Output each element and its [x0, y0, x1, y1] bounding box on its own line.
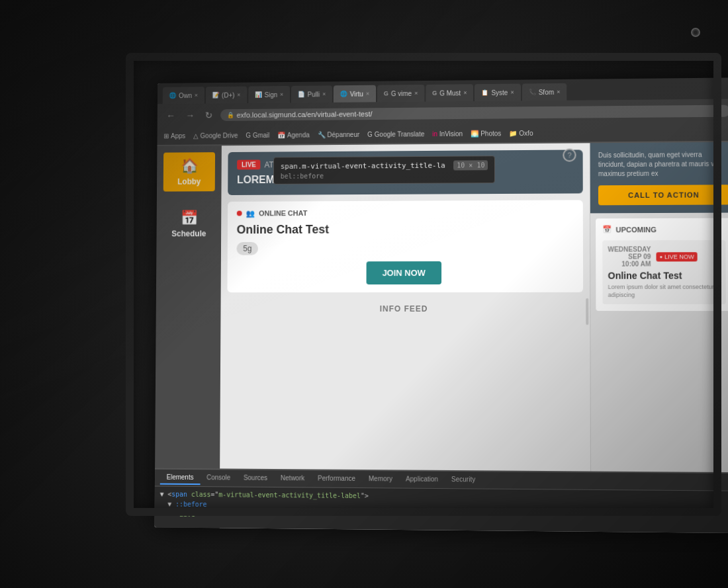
devtools-tab-network[interactable]: Network: [274, 472, 311, 485]
chat-header-label: ONLINE CHAT: [259, 209, 307, 217]
devtools-tab-elements[interactable]: Elements: [160, 471, 201, 485]
upcoming-description: Lorem ipsum dolor sit amet consectetur a…: [608, 284, 721, 300]
devtools-tab-console[interactable]: Console: [200, 471, 237, 485]
tab-close-must[interactable]: ×: [463, 89, 467, 96]
help-button[interactable]: ?: [563, 148, 576, 161]
bookmark-agenda[interactable]: 📅 Agenda: [277, 132, 310, 139]
tab-close-vime[interactable]: ×: [414, 90, 418, 97]
bookmark-apps[interactable]: ⊞ Apps: [163, 132, 185, 140]
inspector-pseudo: bel::before: [281, 171, 488, 180]
upcoming-title: Online Chat Test: [608, 270, 720, 280]
webcam-lens: [694, 30, 698, 34]
bookmark-photos[interactable]: 🌅 Photos: [471, 130, 501, 137]
address-bar[interactable]: 🔒 exfo.local.sigmund.ca/en/virtual-event…: [220, 105, 728, 121]
browser-tab-notion[interactable]: 📝 (D+) ×: [206, 87, 248, 104]
devtools-tab-memory[interactable]: Memory: [362, 472, 399, 487]
refresh-button[interactable]: ↻: [203, 108, 216, 122]
devtools-tab-sources[interactable]: Sources: [237, 472, 274, 485]
devtools-panel: Elements Console Sources Network Perform…: [154, 468, 728, 533]
browser-tab-sign[interactable]: 📊 Sign ×: [248, 86, 290, 103]
browser-tab-pulli[interactable]: 📄 Pulli ×: [291, 85, 332, 103]
tab-close-sign[interactable]: ×: [280, 91, 283, 98]
schedule-icon: 📅: [180, 210, 197, 227]
oxfo-icon: 📁: [509, 130, 517, 137]
browser-tab-vime[interactable]: G G vime ×: [377, 85, 424, 102]
devtools-content: ▼ <span class="m-virtual-event-activity_…: [155, 487, 728, 527]
bookmark-depanneur[interactable]: 🔧 Dépanneur: [318, 131, 360, 138]
live-badge: LIVE: [237, 160, 261, 170]
photos-icon: 🌅: [471, 130, 478, 138]
devtools-tab-security[interactable]: Security: [445, 473, 482, 487]
bookmark-gdrive[interactable]: △ Google Drive: [193, 132, 238, 139]
info-feed-label: INFO FEED: [220, 299, 590, 319]
scrollbar[interactable]: [586, 298, 588, 325]
devtools-tab-performance[interactable]: Performance: [311, 472, 362, 486]
upcoming-section: 📅 UPCOMING WEDNESDAY SEP 09 10:00 AM ● L…: [596, 218, 728, 312]
bookmark-gmail[interactable]: G Gmail: [246, 132, 269, 139]
upcoming-label: UPCOMING: [615, 226, 656, 233]
inspector-selector: span.m-virtual-event-activity_title-la: [281, 161, 445, 171]
right-panel-body-text: Duis sollicitudin, quam eget viverra tin…: [598, 150, 728, 179]
browser-tab-virtu[interactable]: 🌐 Virtu ×: [334, 85, 376, 103]
tab-close-virtu[interactable]: ×: [366, 91, 369, 97]
agenda-icon: 📅: [277, 132, 285, 139]
tab-close-pulli[interactable]: ×: [322, 91, 326, 97]
devtools-tab-application[interactable]: Application: [399, 472, 445, 487]
inspector-dimensions: 10 × 10: [453, 160, 488, 170]
cta-button[interactable]: CALL TO ACTION: [598, 185, 728, 205]
chat-icon: 👥: [246, 209, 255, 218]
join-now-button[interactable]: JOIN NOW: [367, 261, 441, 284]
chat-badge: 5g: [236, 242, 258, 255]
bookmark-translate[interactable]: G Google Translate: [367, 130, 424, 138]
schedule-label: Schedule: [171, 229, 206, 238]
right-panel-top: Duis sollicitudin, quam eget viverra tin…: [590, 142, 728, 214]
bookmark-invision[interactable]: in InVision: [432, 130, 463, 138]
lobby-label: Lobby: [177, 177, 201, 187]
browser-tab-syste[interactable]: 📋 Syste ×: [475, 84, 520, 101]
browser-screen: 🌐 Own × 📝 (D+) × 📊 Sign × 📄 Pulli × 🌐: [154, 77, 728, 533]
sidebar-item-schedule[interactable]: 📅 Schedule: [163, 204, 214, 243]
translate-icon: G: [367, 131, 373, 138]
depanneur-icon: 🔧: [318, 131, 326, 138]
back-button[interactable]: ←: [163, 109, 178, 122]
webcam: [691, 28, 700, 37]
invision-icon: in: [432, 130, 437, 138]
tab-close-syste[interactable]: ×: [510, 89, 514, 96]
inspector-tooltip: span.m-virtual-event-activity_title-la 1…: [273, 155, 496, 185]
lock-icon: 🔒: [227, 112, 234, 118]
chat-section: 👥 ONLINE CHAT Online Chat Test 5g JOIN N…: [227, 200, 583, 292]
chat-title: Online Chat Test: [237, 222, 574, 237]
gmail-icon: G: [246, 132, 251, 139]
upcoming-date: SEP 09: [608, 253, 651, 260]
upcoming-card: WEDNESDAY SEP 09 10:00 AM ● LIVE NOW Onl…: [602, 240, 726, 304]
chat-header: 👥 ONLINE CHAT: [237, 208, 574, 218]
forward-button[interactable]: →: [183, 109, 198, 122]
online-indicator: [237, 211, 242, 216]
browser-chrome: 🌐 Own × 📝 (D+) × 📊 Sign × 📄 Pulli × 🌐: [157, 77, 728, 146]
upcoming-header: 📅 UPCOMING: [602, 225, 725, 234]
upcoming-day: WEDNESDAY: [608, 245, 651, 253]
home-icon: 🏠: [181, 157, 198, 175]
tab-close-own[interactable]: ×: [195, 92, 198, 99]
browser-tab-own[interactable]: 🌐 Own ×: [163, 87, 205, 104]
apps-icon: ⊞: [163, 132, 169, 140]
sidebar-item-lobby[interactable]: 🏠 Lobby: [163, 152, 215, 191]
tab-close-notion[interactable]: ×: [237, 91, 240, 98]
browser-tab-must[interactable]: G G Must ×: [426, 84, 473, 101]
upcoming-live-badge: ● LIVE NOW: [657, 252, 698, 261]
bookmark-oxfo[interactable]: 📁 Oxfo: [509, 130, 533, 137]
browser-tab-sfom[interactable]: 📞 Sfom ×: [522, 83, 567, 101]
tab-close-sfom[interactable]: ×: [557, 89, 560, 95]
calendar-icon: 📅: [602, 225, 612, 233]
upcoming-time: 10:00 AM: [608, 260, 651, 267]
gdrive-icon: △: [193, 132, 199, 140]
